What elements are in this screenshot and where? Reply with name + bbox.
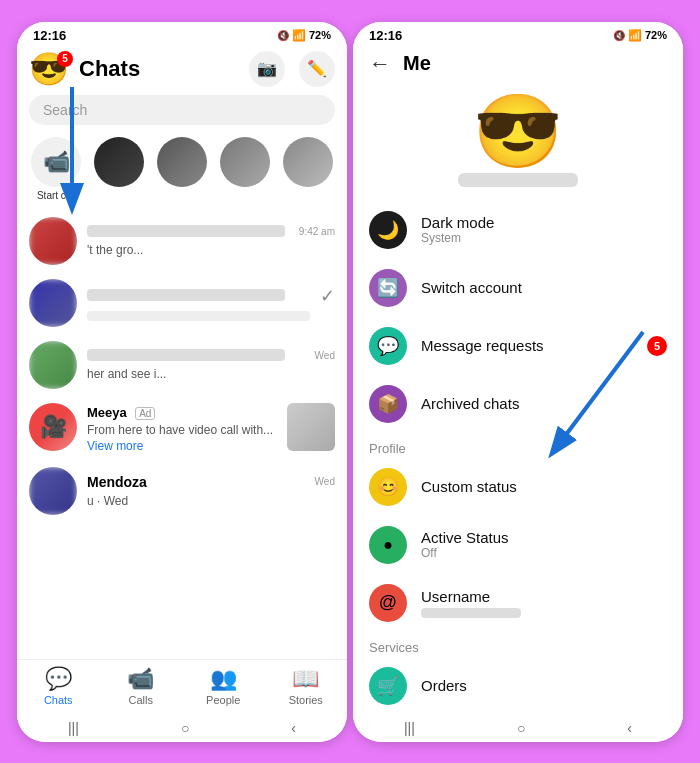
chat-item[interactable]: Wed her and see i... bbox=[17, 334, 347, 396]
story-3[interactable] bbox=[217, 137, 272, 202]
menu-dark-mode[interactable]: 🌙 Dark mode System bbox=[353, 201, 683, 259]
status-icons-right: 🔇 📶 72% bbox=[613, 29, 667, 42]
story-1[interactable] bbox=[92, 137, 147, 202]
search-bar[interactable]: Search bbox=[29, 95, 335, 125]
time-left: 12:16 bbox=[33, 28, 66, 43]
ad-item[interactable]: 🎥 Meeya Ad From here to have video call … bbox=[17, 396, 347, 460]
nav-calls[interactable]: 📹 Calls bbox=[100, 666, 183, 706]
system-nav-right: ||| ○ ‹ bbox=[353, 716, 683, 742]
dark-mode-sub: System bbox=[421, 231, 667, 245]
custom-status-label: Custom status bbox=[421, 478, 667, 495]
signal-icon: 📶 bbox=[292, 29, 306, 42]
menu-text: Username bbox=[421, 588, 667, 618]
menu-archived-chats[interactable]: 📦 Archived chats bbox=[353, 375, 683, 433]
menu-orders[interactable]: 🛒 Orders bbox=[353, 657, 683, 715]
orders-label: Orders bbox=[421, 677, 667, 694]
chat-item[interactable]: Mendoza Wed u · Wed bbox=[17, 460, 347, 522]
ad-thumbnail bbox=[287, 403, 335, 451]
chat-name bbox=[87, 349, 285, 361]
chat-avatar bbox=[29, 467, 77, 515]
signal-icon-right: 📶 bbox=[628, 29, 642, 42]
edit-button[interactable]: ✏️ bbox=[299, 51, 335, 87]
right-phone: 12:16 🔇 📶 72% ← Me 😎 � bbox=[353, 22, 683, 742]
menu-active-status[interactable]: ● Active Status Off bbox=[353, 516, 683, 574]
chat-avatar bbox=[29, 217, 77, 265]
ad-avatar: 🎥 bbox=[29, 403, 77, 451]
chat-preview: 't the gro... bbox=[87, 243, 143, 257]
back-button[interactable]: ← bbox=[369, 51, 391, 77]
story-2[interactable] bbox=[155, 137, 210, 202]
start-call-label: Start call bbox=[37, 190, 76, 202]
story-avatar-3 bbox=[220, 137, 270, 187]
username-blurred bbox=[421, 608, 521, 618]
stories-nav-icon: 📖 bbox=[292, 666, 319, 692]
system-nav-left: ||| ○ ‹ bbox=[17, 716, 347, 742]
ad-tag: Ad bbox=[135, 407, 155, 420]
status-bar-left: 12:16 🔇 📶 72% bbox=[17, 22, 347, 47]
orders-icon: 🛒 bbox=[369, 667, 407, 705]
ad-link[interactable]: View more bbox=[87, 439, 277, 453]
menu-switch-account[interactable]: 🔄 Switch account bbox=[353, 259, 683, 317]
nav-menu-icon: ||| bbox=[68, 720, 79, 736]
menu-text: Dark mode System bbox=[421, 214, 667, 245]
message-requests-badge: 5 bbox=[647, 336, 667, 356]
active-status-label: Active Status bbox=[421, 529, 667, 546]
chat-name bbox=[87, 225, 285, 237]
menu-text: Custom status bbox=[421, 478, 667, 495]
header-actions: 📷 ✏️ bbox=[249, 51, 335, 87]
message-requests-icon: 💬 bbox=[369, 327, 407, 365]
nav-home-icon: ○ bbox=[181, 720, 189, 736]
start-call-icon: 📹 bbox=[31, 137, 81, 187]
chat-preview: u · Wed bbox=[87, 494, 335, 508]
chats-nav-label: Chats bbox=[44, 694, 73, 706]
services-section-label: Services bbox=[353, 632, 683, 657]
story-avatar-1 bbox=[94, 137, 144, 187]
nav-stories[interactable]: 📖 Stories bbox=[265, 666, 348, 706]
ad-desc: From here to have video call with... bbox=[87, 423, 277, 437]
chat-time: 9:42 am bbox=[299, 226, 335, 237]
start-call-item[interactable]: 📹 Start call bbox=[29, 137, 84, 202]
chat-item[interactable]: 9:42 am 't the gro... bbox=[17, 210, 347, 272]
menu-text: Active Status Off bbox=[421, 529, 667, 560]
search-placeholder: Search bbox=[43, 102, 87, 118]
notification-badge: 5 bbox=[57, 51, 73, 67]
nav-home-icon-right: ○ bbox=[517, 720, 525, 736]
profile-section-label: Profile bbox=[353, 433, 683, 458]
mute-icon: 🔇 bbox=[277, 30, 289, 41]
chat-content: Wed her and see i... bbox=[87, 349, 335, 381]
chat-name: Mendoza bbox=[87, 474, 147, 490]
nav-people[interactable]: 👥 People bbox=[182, 666, 265, 706]
menu-custom-status[interactable]: 😊 Custom status bbox=[353, 458, 683, 516]
mute-icon-right: 🔇 bbox=[613, 30, 625, 41]
ad-info: Meeya Ad From here to have video call wi… bbox=[87, 403, 277, 453]
camera-button[interactable]: 📷 bbox=[249, 51, 285, 87]
message-requests-label: Message requests bbox=[421, 337, 633, 354]
menu-text: Orders bbox=[421, 677, 667, 694]
archived-chats-label: Archived chats bbox=[421, 395, 667, 412]
nav-back-icon: ‹ bbox=[291, 720, 296, 736]
battery-text-right: 72% bbox=[645, 29, 667, 41]
battery-text: 72% bbox=[309, 29, 331, 41]
stories-row: 📹 Start call bbox=[17, 133, 347, 210]
time-right: 12:16 bbox=[369, 28, 402, 43]
profile-name-blurred bbox=[458, 173, 578, 187]
archived-chats-icon: 📦 bbox=[369, 385, 407, 423]
calls-nav-icon: 📹 bbox=[127, 666, 154, 692]
profile-section: 😎 bbox=[353, 85, 683, 201]
chats-nav-icon: 💬 bbox=[45, 666, 72, 692]
dark-mode-icon: 🌙 bbox=[369, 211, 407, 249]
ad-name: Meeya bbox=[87, 405, 127, 420]
chats-header: 😎 5 Chats 📷 ✏️ bbox=[17, 47, 347, 95]
menu-username[interactable]: @ Username bbox=[353, 574, 683, 632]
menu-text: Archived chats bbox=[421, 395, 667, 412]
chat-item[interactable]: ✓ bbox=[17, 272, 347, 334]
people-nav-label: People bbox=[206, 694, 240, 706]
menu-text: Switch account bbox=[421, 279, 667, 296]
menu-message-requests[interactable]: 💬 Message requests 5 bbox=[353, 317, 683, 375]
nav-chats[interactable]: 💬 Chats bbox=[17, 666, 100, 706]
dark-mode-label: Dark mode bbox=[421, 214, 667, 231]
scroll-area: 📹 Start call bbox=[17, 133, 347, 659]
story-4[interactable] bbox=[280, 137, 335, 202]
avatar-badge[interactable]: 😎 5 bbox=[29, 53, 69, 85]
nav-menu-icon-right: ||| bbox=[404, 720, 415, 736]
